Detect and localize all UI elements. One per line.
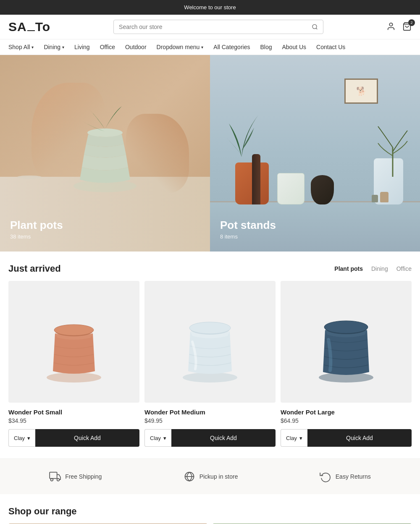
chevron-down-icon: ▾ xyxy=(163,435,166,441)
announcement-text: Welcome to our store xyxy=(184,4,236,10)
tab-plant-pots[interactable]: Plant pots xyxy=(334,265,363,272)
nav-office[interactable]: Office xyxy=(100,44,115,50)
nav-about-us[interactable]: About Us xyxy=(282,44,307,50)
product-actions: Clay ▾ Quick Add xyxy=(281,429,412,447)
benefits-bar: Free Shipping Pickup in store Easy Retur… xyxy=(0,458,420,494)
nav-dining[interactable]: Dining ▾ xyxy=(44,44,64,50)
nav-dropdown-menu[interactable]: Dropdown menu ▾ xyxy=(157,44,204,50)
svg-point-2 xyxy=(389,23,392,26)
hero-right-label: Pot stands 8 items xyxy=(220,219,276,240)
quick-add-button[interactable]: Quick Add xyxy=(307,429,412,447)
announcement-bar: Welcome to our store xyxy=(0,0,420,15)
nav-living[interactable]: Living xyxy=(74,44,90,50)
tab-dining[interactable]: Dining xyxy=(371,265,388,272)
nav-contact-us[interactable]: Contact Us xyxy=(316,44,345,50)
svg-point-0 xyxy=(312,24,317,29)
chevron-down-icon: ▾ xyxy=(62,45,64,50)
variant-select[interactable]: Clay ▾ xyxy=(281,429,307,447)
account-icon[interactable] xyxy=(386,22,396,32)
chevron-down-icon: ▾ xyxy=(299,435,302,441)
product-name: Wonder Pot Large xyxy=(281,409,412,416)
benefit-returns-label: Easy Returns xyxy=(336,473,371,480)
svg-point-7 xyxy=(47,372,101,383)
product-image[interactable] xyxy=(144,281,276,403)
svg-line-1 xyxy=(316,28,317,29)
wonder-pot-small-image xyxy=(40,300,108,384)
nav-outdoor[interactable]: Outdoor xyxy=(125,44,147,50)
tab-office[interactable]: Office xyxy=(396,265,412,272)
hero-plant-pots[interactable]: Plant pots 38 items xyxy=(0,55,210,252)
just-arrived-header: Just arrived Plant pots Dining Office xyxy=(0,252,420,281)
hero-right-title: Pot stands xyxy=(220,219,276,232)
shop-range-section: Shop our range xyxy=(0,494,420,524)
product-image[interactable] xyxy=(8,281,139,403)
site-logo[interactable]: SATo xyxy=(8,21,50,33)
wonder-pot-large-image xyxy=(312,300,380,384)
nav-blog[interactable]: Blog xyxy=(260,44,272,50)
quick-add-button[interactable]: Quick Add xyxy=(171,429,276,447)
svg-point-9 xyxy=(54,325,94,335)
product-price: $64.95 xyxy=(281,417,412,424)
logo-divider xyxy=(27,30,35,31)
svg-point-12 xyxy=(189,322,231,334)
returns-icon xyxy=(320,471,331,482)
hero-left-title: Plant pots xyxy=(10,219,63,232)
variant-select[interactable]: Clay ▾ xyxy=(144,429,171,447)
cart-badge: 2 xyxy=(408,19,415,26)
benefit-shipping-label: Free Shipping xyxy=(65,473,102,480)
hero-pot-stands[interactable]: 🐕 Pot stands 8 items xyxy=(210,55,420,252)
just-arrived-tabs: Plant pots Dining Office xyxy=(334,265,412,272)
logo-sa: SA xyxy=(8,21,27,33)
benefit-pickup: Pickup in store xyxy=(184,471,238,482)
search-icon xyxy=(312,24,318,30)
product-price: $34.95 xyxy=(8,417,139,424)
chevron-down-icon: ▾ xyxy=(27,435,30,441)
svg-rect-16 xyxy=(50,472,57,479)
cart-icon[interactable]: 2 xyxy=(402,22,412,32)
product-actions: Clay ▾ Quick Add xyxy=(144,429,276,447)
product-name: Wonder Pot Small xyxy=(8,409,139,416)
variant-select[interactable]: Clay ▾ xyxy=(8,429,35,447)
hero-banner: Plant pots 38 items xyxy=(0,55,420,252)
hero-left-subtitle: 38 items xyxy=(10,233,63,240)
svg-point-15 xyxy=(324,321,368,333)
wonder-pot-medium-image xyxy=(176,300,244,384)
nav-shop-all[interactable]: Shop All ▾ xyxy=(8,44,34,50)
just-arrived-title: Just arrived xyxy=(8,263,61,274)
shipping-icon xyxy=(49,471,61,482)
svg-point-10 xyxy=(183,372,237,383)
chevron-down-icon: ▾ xyxy=(32,45,34,50)
benefit-free-shipping: Free Shipping xyxy=(49,471,102,482)
product-card: Wonder Pot Large $64.95 Clay ▾ Quick Add xyxy=(281,281,412,447)
product-actions: Clay ▾ Quick Add xyxy=(8,429,139,447)
benefit-returns: Easy Returns xyxy=(320,471,371,482)
site-header: SATo 2 xyxy=(0,15,420,39)
product-grid: Wonder Pot Small $34.95 Clay ▾ Quick Add xyxy=(0,281,420,447)
quick-add-button[interactable]: Quick Add xyxy=(35,429,139,447)
header-icons: 2 xyxy=(386,22,412,32)
product-card: Wonder Pot Medium $49.95 Clay ▾ Quick Ad… xyxy=(144,281,281,447)
main-nav: Shop All ▾ Dining ▾ Living Office Outdoo… xyxy=(0,39,420,55)
product-name: Wonder Pot Medium xyxy=(144,409,276,416)
search-input[interactable] xyxy=(119,24,308,30)
product-card: Wonder Pot Small $34.95 Clay ▾ Quick Add xyxy=(8,281,144,447)
product-price: $49.95 xyxy=(144,417,276,424)
svg-point-17 xyxy=(51,479,53,481)
nav-all-categories[interactable]: All Categories xyxy=(213,44,250,50)
shop-range-title: Shop our range xyxy=(8,506,412,517)
hero-right-subtitle: 8 items xyxy=(220,233,276,240)
chevron-down-icon: ▾ xyxy=(201,45,203,50)
svg-point-18 xyxy=(57,479,60,481)
search-bar[interactable] xyxy=(113,20,323,34)
benefit-pickup-label: Pickup in store xyxy=(200,473,238,480)
hero-left-label: Plant pots 38 items xyxy=(10,219,63,240)
pickup-icon xyxy=(184,471,195,482)
product-image[interactable] xyxy=(281,281,412,403)
logo-to: To xyxy=(35,21,50,33)
